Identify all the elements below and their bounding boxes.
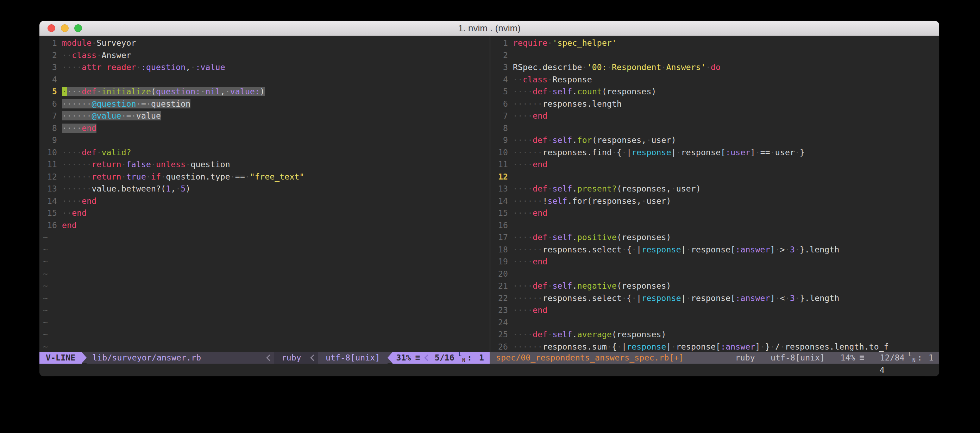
- empty-buffer-line: ~: [40, 280, 490, 292]
- cursor-block: ·: [62, 87, 67, 96]
- code-line[interactable]: 13······value.between?(1,·5): [40, 183, 490, 195]
- line-number: 5: [490, 86, 513, 98]
- code-line[interactable]: 19····end: [490, 256, 939, 268]
- code-text: ····end: [62, 195, 97, 207]
- colsep: :: [467, 352, 472, 364]
- code-line[interactable]: 4: [40, 73, 490, 86]
- code-line[interactable]: 9: [40, 134, 490, 146]
- line-number: 25: [490, 328, 513, 341]
- tilde-marker: ~: [40, 244, 48, 256]
- code-line[interactable]: 8····end: [40, 122, 490, 134]
- code-text: ······return·true·if·question.type·==·"f…: [62, 171, 304, 183]
- tilde-marker: ~: [40, 292, 48, 304]
- code-line[interactable]: 11····end: [490, 158, 939, 171]
- empty-buffer-line: ~: [40, 268, 490, 280]
- code-line[interactable]: 21····def·self.negative(responses): [490, 280, 939, 292]
- code-text: ····def·self.count(responses): [513, 86, 657, 98]
- line-number: 10: [490, 146, 513, 159]
- scroll-percent: 14%: [840, 352, 855, 364]
- code-text: ····def·self.present?(responses,·user): [513, 183, 701, 195]
- line-number: 12: [40, 171, 62, 183]
- code-line[interactable]: 3····attr_reader·:question,·:value: [40, 61, 490, 73]
- chevron-left-icon: [266, 355, 272, 361]
- empty-buffer-line: ~: [40, 244, 490, 256]
- vim-splits: 1module·Surveyor2··class·Answer3····attr…: [40, 36, 939, 364]
- zoom-button[interactable]: [74, 24, 82, 32]
- lines-icon: ≡: [860, 352, 865, 364]
- line-number: 9: [490, 134, 513, 146]
- code-text: require·'spec_helper': [513, 37, 617, 49]
- tilde-marker: ~: [40, 280, 48, 292]
- code-line[interactable]: 20: [490, 268, 939, 280]
- line-number-icon: LN: [908, 353, 916, 363]
- close-button[interactable]: [48, 24, 55, 32]
- code-line[interactable]: 15····end: [490, 207, 939, 219]
- tilde-marker: ~: [40, 304, 48, 317]
- code-line[interactable]: 13····def·self.present?(responses,·user): [490, 183, 939, 195]
- encoding: utf-8[unix]: [318, 352, 388, 364]
- code-text: ····def·initialize(question:·nil,·value:…: [62, 86, 265, 98]
- line-number: 15: [40, 207, 62, 219]
- line-number: 23: [490, 304, 513, 317]
- minimize-button[interactable]: [61, 24, 68, 32]
- code-line[interactable]: 5····def·self.count(responses): [490, 86, 939, 98]
- line-number: 5: [40, 86, 62, 98]
- code-line[interactable]: 17····def·self.positive(responses): [490, 231, 939, 244]
- tilde-marker: ~: [40, 256, 48, 268]
- code-line[interactable]: 23····end: [490, 304, 939, 317]
- code-line[interactable]: 2: [490, 49, 939, 62]
- code-line[interactable]: 6······@question·=·question: [40, 98, 490, 110]
- code-text: ····def·self.for(responses,·user): [513, 134, 676, 146]
- code-line[interactable]: 9····def·self.for(responses,·user): [490, 134, 939, 146]
- code-area-left[interactable]: 1module·Surveyor2··class·Answer3····attr…: [40, 36, 490, 352]
- terminal: 1module·Surveyor2··class·Answer3····attr…: [40, 36, 939, 376]
- code-text: ······responses.length: [513, 98, 622, 110]
- code-text: ······@question·=·question: [62, 98, 191, 110]
- line-number: 8: [40, 122, 62, 134]
- code-line[interactable]: 2··class·Answer: [40, 49, 490, 62]
- code-line[interactable]: 6······responses.length: [490, 98, 939, 110]
- code-line[interactable]: 24: [490, 317, 939, 329]
- code-area-right[interactable]: 1require·'spec_helper'23RSpec.describe·'…: [490, 36, 939, 352]
- code-text: ······!self.for(responses,·user): [513, 195, 671, 207]
- tilde-marker: ~: [40, 341, 48, 352]
- code-line[interactable]: 12······return·true·if·question.type·==·…: [40, 171, 490, 183]
- code-text: end: [62, 219, 77, 232]
- line-number: 7: [490, 110, 513, 122]
- code-line[interactable]: 10····def·valid?: [40, 146, 490, 159]
- code-line[interactable]: 1module·Surveyor: [40, 37, 490, 49]
- editor-pane-right: 1require·'spec_helper'23RSpec.describe·'…: [490, 36, 939, 364]
- code-line[interactable]: 11······return·false·unless·question: [40, 158, 490, 171]
- code-line[interactable]: 4··class·Response: [490, 73, 939, 86]
- code-line[interactable]: 14······!self.for(responses,·user): [490, 195, 939, 207]
- code-line[interactable]: 22······responses.select·{·|response|·re…: [490, 292, 939, 304]
- code-line[interactable]: 8: [490, 122, 939, 134]
- code-line[interactable]: 7······@value·=·value: [40, 110, 490, 122]
- code-line[interactable]: 1require·'spec_helper': [490, 37, 939, 49]
- column-number: 1: [929, 352, 934, 364]
- encoding: utf-8[unix]: [770, 352, 825, 364]
- chevron-left-icon: [424, 355, 431, 361]
- code-line[interactable]: 10······responses.find·{·|response|·resp…: [490, 146, 939, 159]
- powerline-arrow-icon: [388, 352, 393, 363]
- code-line[interactable]: 16: [490, 219, 939, 232]
- code-line[interactable]: 12: [490, 171, 939, 183]
- line-number: 2: [490, 49, 513, 62]
- code-line[interactable]: 26······responses.sum·{·|response|·respo…: [490, 341, 939, 352]
- code-line[interactable]: 18······responses.select·{·|response|·re…: [490, 244, 939, 256]
- code-line[interactable]: 25····def·self.average(responses): [490, 328, 939, 341]
- lines-icon: ≡: [415, 352, 420, 364]
- code-text: ····def·self.positive(responses): [513, 231, 671, 244]
- code-line[interactable]: 14····end: [40, 195, 490, 207]
- code-line[interactable]: 7····end: [490, 110, 939, 122]
- title-bar[interactable]: 1. nvim . (nvim): [40, 21, 939, 36]
- code-line[interactable]: 5····def·initialize(question:·nil,·value…: [40, 86, 490, 98]
- line-number: 14: [40, 195, 62, 207]
- code-line[interactable]: 3RSpec.describe·'00:·Respondent·Answers'…: [490, 61, 939, 73]
- code-text: ····end: [513, 158, 547, 171]
- code-text: RSpec.describe·'00:·Respondent·Answers'·…: [513, 61, 721, 73]
- statusline-inactive: spec/00_respondents_answers_spec.rb[+] r…: [490, 352, 939, 364]
- code-line[interactable]: 16end: [40, 219, 490, 232]
- code-line[interactable]: 15··end: [40, 207, 490, 219]
- filetype: ruby: [735, 352, 755, 364]
